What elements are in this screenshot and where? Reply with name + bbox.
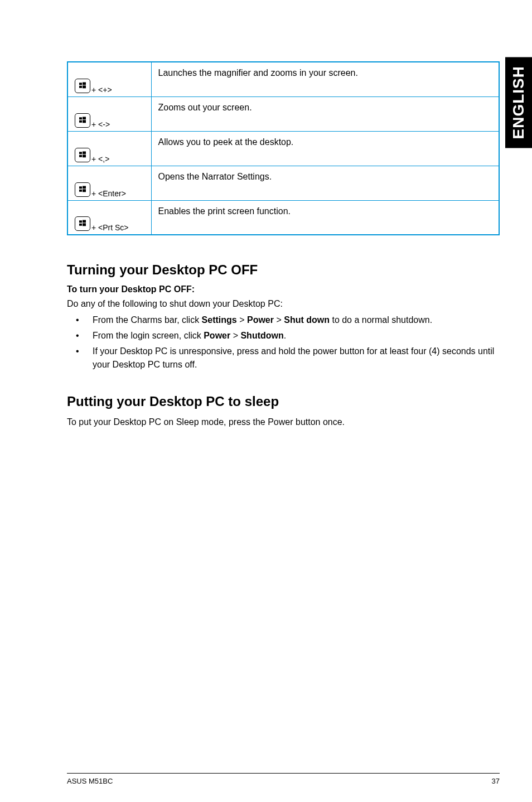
windows-key-icon [75, 79, 90, 93]
windows-key-icon [75, 216, 90, 231]
svg-rect-7 [83, 120, 86, 123]
svg-rect-15 [83, 189, 86, 192]
table-row: + <+> Launches the magnifier and zooms i… [67, 62, 499, 96]
list-item: From the login screen, click Power > Shu… [76, 329, 500, 342]
table-row: + <,> Allows you to peek at the desktop. [67, 131, 499, 166]
bullet-list: From the Charms bar, click Settings > Po… [67, 313, 500, 371]
shortcuts-table: + <+> Launches the magnifier and zooms i… [67, 61, 500, 235]
shortcut-desc: Launches the magnifier and zooms in your… [151, 62, 499, 96]
key-combo-cell: + <Prt Sc> [67, 200, 151, 235]
svg-rect-10 [79, 154, 82, 157]
li-strong: Shut down [284, 315, 330, 325]
section-intro: Do any of the following to shut down you… [67, 298, 500, 310]
shortcut-desc: Zooms out your screen. [151, 96, 499, 131]
section-subhead: To turn your Desktop PC OFF: [67, 284, 500, 294]
footer-model: ASUS M51BC [67, 777, 113, 785]
svg-rect-14 [79, 189, 82, 191]
table-row: + <Prt Sc> Enables the print screen func… [67, 200, 499, 235]
combo-text: + <-> [91, 120, 110, 129]
svg-rect-6 [79, 120, 82, 122]
section-heading-off: Turning your Desktop PC OFF [67, 262, 500, 278]
svg-rect-11 [83, 154, 86, 157]
svg-rect-19 [83, 223, 86, 226]
shortcut-desc: Opens the Narrator Settings. [151, 166, 499, 200]
section-heading-sleep: Putting your Desktop PC to sleep [67, 394, 500, 409]
li-text: From the login screen, click [93, 331, 204, 340]
table-row: + <Enter> Opens the Narrator Settings. [67, 166, 499, 200]
svg-rect-9 [83, 151, 86, 154]
svg-rect-8 [79, 152, 82, 154]
list-item: From the Charms bar, click Settings > Po… [76, 313, 500, 327]
section-body: To put your Desktop PC on Sleep mode, pr… [67, 416, 500, 428]
key-combo-cell: + <-> [67, 96, 151, 131]
li-text: . [284, 331, 286, 340]
svg-rect-2 [79, 85, 82, 88]
svg-rect-3 [83, 85, 86, 88]
svg-rect-18 [79, 224, 82, 226]
combo-text: + <Prt Sc> [91, 223, 129, 232]
table-row: + <-> Zooms out your screen. [67, 96, 499, 131]
svg-rect-17 [83, 220, 86, 223]
page-content: + <+> Launches the magnifier and zooms i… [0, 0, 532, 754]
key-combo-cell: + <,> [67, 131, 151, 166]
li-text: > [274, 315, 284, 325]
svg-rect-4 [79, 117, 82, 119]
li-strong: Shutdown [240, 331, 283, 340]
shortcut-desc: Enables the print screen function. [151, 200, 499, 235]
page-footer: ASUS M51BC 37 [67, 773, 500, 785]
svg-rect-1 [83, 82, 86, 85]
li-text: From the Charms bar, click [93, 315, 202, 325]
key-combo-cell: + <+> [67, 62, 151, 96]
li-strong: Power [247, 315, 274, 325]
li-strong: Settings [202, 315, 237, 325]
li-strong: Power [204, 331, 230, 340]
windows-key-icon [75, 148, 90, 162]
combo-text: + <,> [91, 154, 109, 163]
windows-key-icon [75, 113, 90, 128]
svg-rect-12 [79, 186, 82, 189]
svg-rect-0 [79, 83, 82, 85]
footer-page-number: 37 [492, 777, 500, 785]
li-text: > [230, 331, 240, 340]
svg-rect-5 [83, 117, 86, 119]
combo-text: + <+> [91, 85, 112, 94]
list-item: If your Desktop PC is unresponsive, pres… [76, 345, 500, 371]
shortcut-desc: Allows you to peek at the desktop. [151, 131, 499, 166]
svg-rect-13 [83, 186, 86, 189]
windows-key-icon [75, 182, 90, 197]
svg-rect-16 [79, 220, 82, 223]
combo-text: + <Enter> [91, 189, 126, 198]
key-combo-cell: + <Enter> [67, 166, 151, 200]
li-text: > [237, 315, 247, 325]
li-text: to do a normal shutdown. [330, 315, 432, 325]
